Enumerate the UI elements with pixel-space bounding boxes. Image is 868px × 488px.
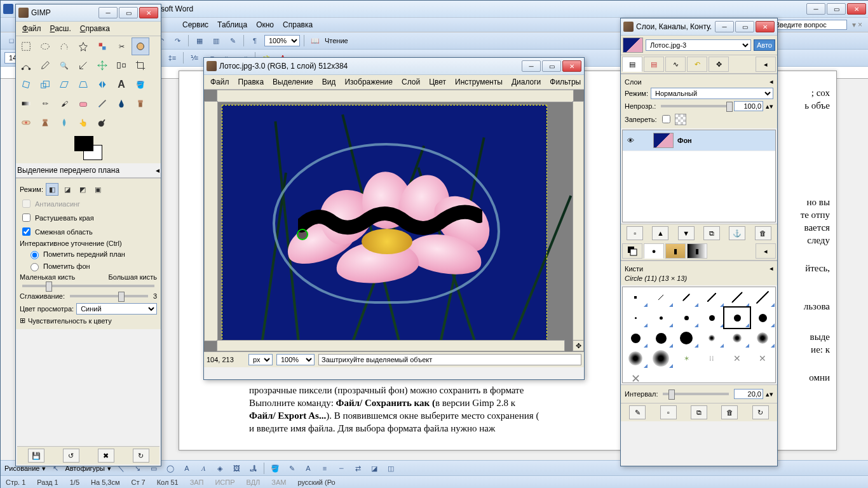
brushes-menu-icon[interactable]: ◂ (770, 264, 773, 273)
img-menu-image[interactable]: Изображение (341, 76, 397, 88)
img-menu-select[interactable]: Выделение (269, 76, 317, 88)
fill-color-icon[interactable]: 🪣 (268, 461, 282, 475)
layers-menu-icon[interactable]: ◂ (770, 78, 773, 86)
flip-tool-icon[interactable] (93, 76, 111, 93)
edit-brush-icon[interactable]: ✎ (629, 405, 646, 419)
crop-tool-icon[interactable] (132, 57, 149, 74)
contiguous-checkbox[interactable] (22, 227, 31, 236)
color-select-tool-icon[interactable] (93, 37, 111, 55)
feather-checkbox[interactable] (22, 214, 31, 222)
pencil-tool-icon[interactable]: ✏ (36, 95, 54, 112)
read-icon[interactable]: 📖 (308, 34, 322, 48)
refresh-brushes-icon[interactable]: ↻ (752, 405, 769, 419)
toolbox-titlebar[interactable]: GIMP ─ ▭ ✕ (16, 4, 161, 22)
nav-icon[interactable]: ✥ (573, 340, 584, 351)
interval-slider[interactable] (663, 393, 729, 395)
img-menu-layer[interactable]: Слой (398, 76, 424, 88)
blend-mode-select[interactable]: Нормальный (651, 88, 773, 99)
shear-tool-icon[interactable] (55, 76, 73, 93)
tool-options-menu-icon[interactable]: ◂ (156, 166, 159, 175)
horizontal-scrollbar[interactable] (217, 340, 565, 351)
image-close-button[interactable]: ✕ (562, 60, 581, 72)
line-color-icon[interactable]: ✎ (285, 461, 299, 475)
dock-tab-menu-icon[interactable]: ◂ (756, 57, 776, 72)
vertical-scrollbar[interactable] (573, 101, 584, 341)
word-menu-service[interactable]: Сервис (179, 19, 212, 30)
brush-item[interactable] (623, 287, 648, 308)
duplicate-brush-icon[interactable]: ⧉ (691, 405, 707, 419)
paths-tab-icon[interactable]: ∿ (665, 57, 686, 72)
brush-item[interactable] (674, 328, 699, 348)
line-style-icon[interactable]: ≡ (318, 461, 332, 475)
numbered-list-icon[interactable]: ⅟≡ (187, 51, 201, 65)
img-menu-file[interactable]: Файл (207, 76, 233, 88)
img-menu-colors[interactable]: Цвет (425, 76, 450, 88)
ink-tool-icon[interactable] (112, 95, 130, 112)
heal-tool-icon[interactable] (17, 114, 35, 132)
word-close-button[interactable]: ✕ (847, 3, 866, 15)
lock-alpha-icon[interactable] (675, 114, 686, 125)
zoom-select[interactable]: 100% (276, 354, 315, 365)
visibility-eye-icon[interactable]: 👁 (625, 137, 635, 144)
clone-tool-icon[interactable] (132, 95, 149, 112)
brush-item[interactable] (623, 328, 648, 348)
brush-item[interactable]: ✕ (750, 348, 775, 369)
scale-tool-icon[interactable] (36, 76, 54, 93)
toolbox-close-button[interactable]: ✕ (139, 7, 158, 18)
smudge-tool-icon[interactable]: 👆 (74, 114, 92, 132)
paintbrush-tool-icon[interactable]: 🖌 (55, 95, 73, 112)
brush-item[interactable] (750, 308, 775, 328)
delete-layer-icon[interactable]: 🗑 (755, 226, 771, 240)
toolbox-menu-help[interactable]: Справка (76, 23, 114, 34)
lower-layer-icon[interactable]: ▼ (678, 226, 695, 240)
gradients-tab-icon[interactable]: ▮ (687, 243, 707, 259)
blur-tool-icon[interactable] (55, 114, 73, 132)
dock-lower-menu-icon[interactable]: ◂ (756, 243, 776, 259)
unit-select[interactable]: px (248, 354, 273, 365)
preview-color-select[interactable]: Синий (76, 303, 157, 315)
toolbox-menu-ext[interactable]: Расш. (46, 23, 75, 34)
word-maximize-button[interactable]: ▭ (827, 3, 846, 15)
perspective-tool-icon[interactable] (74, 76, 92, 93)
toolbox-minimize-button[interactable]: ─ (98, 7, 118, 18)
drawing-icon[interactable]: ✎ (226, 34, 240, 48)
img-menu-dialogs[interactable]: Диалоги (508, 76, 545, 88)
toolbox-maximize-button[interactable]: ▭ (119, 7, 138, 18)
color-picker-tool-icon[interactable] (36, 57, 54, 74)
undo-history-tab-icon[interactable]: ↶ (687, 57, 707, 72)
interval-spinner[interactable]: ▴▾ (766, 390, 773, 398)
rect-select-tool-icon[interactable] (17, 37, 35, 55)
anchor-layer-icon[interactable]: ⚓ (729, 226, 745, 240)
fgbg-tab-icon[interactable] (622, 243, 642, 259)
picture-icon[interactable]: 🏞 (246, 461, 260, 475)
move-tool-icon[interactable] (93, 57, 111, 74)
dock-auto-button[interactable]: Авто (754, 39, 775, 51)
columns-icon[interactable]: ▥ (209, 34, 223, 48)
eraser-tool-icon[interactable] (74, 95, 92, 112)
mark-fg-radio[interactable] (31, 251, 39, 259)
line-spacing-icon[interactable]: ‡≡ (165, 51, 179, 65)
brush-item[interactable] (724, 328, 750, 348)
delete-options-icon[interactable]: ✖ (98, 449, 114, 463)
lock-pixels-checkbox[interactable] (662, 115, 670, 123)
smoothing-slider[interactable] (70, 295, 148, 297)
zoom-tool-icon[interactable]: 🔍 (55, 57, 73, 74)
font-color2-icon[interactable]: A (301, 461, 315, 475)
mark-bg-radio[interactable] (31, 263, 39, 271)
word-menu-help[interactable]: Справка (279, 19, 316, 30)
brush-item[interactable]: ✶ (674, 348, 699, 369)
clipart-icon[interactable]: 🖼 (229, 461, 243, 475)
dock-titlebar[interactable]: Слои, Каналы, Конту... ─ ▭ ✕ (621, 18, 777, 36)
brush-item[interactable] (724, 308, 750, 328)
brush-item[interactable] (623, 308, 648, 328)
brush-item[interactable] (699, 287, 724, 308)
dock-close-button[interactable]: ✕ (756, 21, 775, 32)
img-menu-tools[interactable]: Инструменты (451, 76, 506, 88)
align-tool-icon[interactable] (112, 57, 130, 74)
brush-item[interactable] (724, 287, 750, 308)
brush-item[interactable]: ⁞⁞ (699, 348, 724, 369)
word-minimize-button[interactable]: ─ (806, 3, 825, 15)
image-minimize-button[interactable]: ─ (522, 60, 541, 72)
airbrush-tool-icon[interactable] (93, 95, 111, 112)
paths-tool-icon[interactable] (17, 57, 35, 74)
